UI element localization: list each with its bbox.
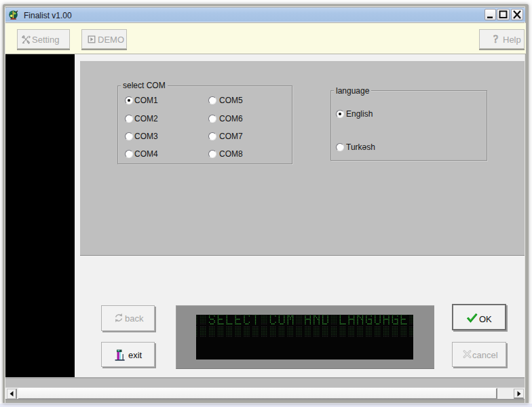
svg-text:?: ? <box>493 33 498 45</box>
